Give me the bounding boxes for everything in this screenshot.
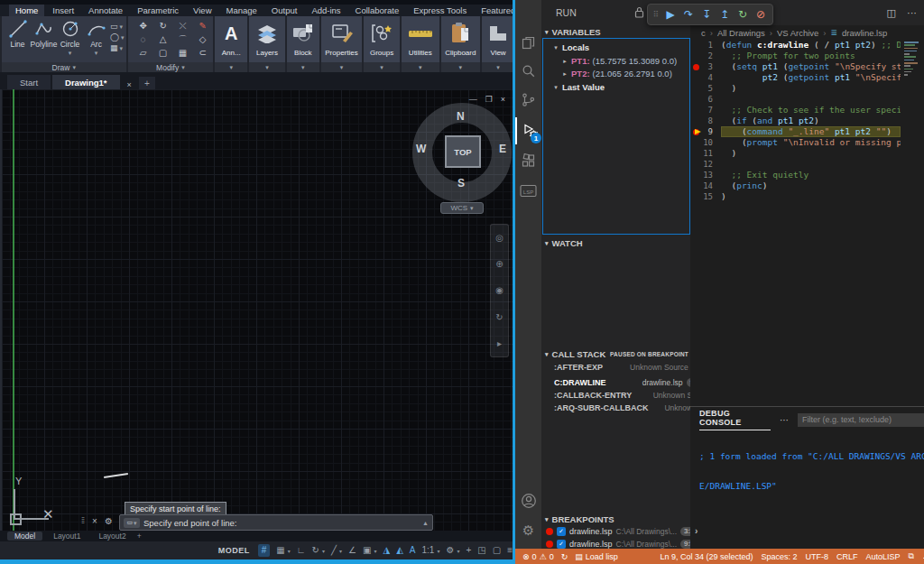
watch-section-header[interactable]: ▾ WATCH xyxy=(541,236,694,250)
clipboard-panel[interactable]: Clipboard ▾ xyxy=(441,16,481,72)
layers-panel[interactable]: Layers ▾ xyxy=(249,16,285,72)
viewcube-east[interactable]: E xyxy=(499,143,506,155)
drag-handle-icon[interactable]: ⠿ xyxy=(651,5,661,23)
console-filter-input[interactable] xyxy=(798,413,924,427)
trim-icon[interactable]: ⤬ xyxy=(173,20,193,33)
annotation-panel[interactable]: A Ann... ▾ xyxy=(215,16,247,72)
drawing-canvas[interactable]: — ❐ × N W E S TOP WCS▾ ◎ ⊕ ◉ ↻ ▸ xyxy=(2,89,513,531)
call-stack-section-header[interactable]: ▾ CALL STACK PAUSED ON BREAKPOINT xyxy=(541,347,694,361)
command-close-icon[interactable]: × xyxy=(92,516,97,526)
breakpoint-checkbox[interactable]: ✓ xyxy=(557,540,566,549)
gutter[interactable]: 3 xyxy=(690,61,721,72)
restart-button[interactable]: ↻ xyxy=(735,5,751,23)
navigation-bar[interactable]: ◎ ⊕ ◉ ↻ ▸ xyxy=(490,224,509,357)
viewcube-top-face[interactable]: TOP xyxy=(445,135,481,168)
gutter[interactable]: 10 xyxy=(690,137,721,148)
stretch-icon[interactable]: ▱ xyxy=(134,47,153,60)
variables-section-header[interactable]: ▾ VARIABLES xyxy=(541,25,694,39)
stack-frame-current[interactable]: C:DRAWLINE drawline.lsp 9:5 xyxy=(541,376,707,389)
ribbon-tab-featured-apps[interactable]: Featured Apps xyxy=(475,5,513,16)
more-actions-icon[interactable]: ··· xyxy=(780,415,789,425)
variable-row-pt1[interactable]: ▸ PT1: (15.7575 15.3089 0.0) xyxy=(543,54,707,68)
explorer-icon[interactable] xyxy=(515,29,541,56)
gutter[interactable]: 8 xyxy=(690,116,721,126)
split-editor-icon[interactable]: ◫ xyxy=(887,7,896,19)
account-icon[interactable] xyxy=(515,487,541,514)
command-prompt-text[interactable]: Specify end point of line: xyxy=(143,518,419,528)
panel-strip[interactable]: ▾ xyxy=(215,62,247,72)
language-mode-button[interactable]: AutoLISP xyxy=(866,552,901,561)
new-layout-icon[interactable]: + xyxy=(137,532,142,541)
gutter[interactable]: 1 xyxy=(690,40,721,51)
indentation-button[interactable]: Spaces: 2 xyxy=(761,552,797,561)
step-out-button[interactable]: ↥ xyxy=(716,5,733,23)
ellipse-tool-button[interactable]: ◯▾ xyxy=(110,33,125,42)
rectangle-tool-button[interactable]: ▭▾ xyxy=(110,23,125,31)
continue-button[interactable]: ▶ xyxy=(662,5,679,23)
rotate-icon[interactable]: ↻ xyxy=(153,20,173,33)
pan-icon[interactable]: ⊕ xyxy=(495,259,503,269)
breakpoint-row[interactable]: ✓ drawline.lsp C:\All Drawings\... 3:3 xyxy=(541,525,695,538)
orbit-icon[interactable]: ↻ xyxy=(495,312,503,322)
last-value-group[interactable]: ▾ Last Value xyxy=(543,80,698,94)
settings-gear-icon[interactable]: ⚙ xyxy=(446,546,454,555)
run-and-debug-icon[interactable]: 1 xyxy=(515,117,543,144)
gutter[interactable]: 15 xyxy=(690,191,721,202)
file-tab-start[interactable]: Start xyxy=(7,75,51,89)
gutter[interactable]: 12 xyxy=(690,159,721,170)
nav-wheel-icon[interactable]: ◎ xyxy=(495,233,504,243)
step-over-button[interactable]: ↷ xyxy=(680,5,697,23)
chevron-down-icon[interactable]: ▾ xyxy=(437,548,439,554)
viewcube-west[interactable]: W xyxy=(416,143,426,155)
fillet-icon[interactable]: ⌒ xyxy=(173,33,193,47)
breadcrumb-item[interactable]: All Drawings xyxy=(717,28,765,38)
breadcrumb-item-file[interactable]: drawline.lsp xyxy=(842,28,887,38)
command-grip-icon[interactable]: ⁞⁞ xyxy=(81,516,84,525)
ortho-toggle-button[interactable]: ∟ xyxy=(297,546,306,555)
breakpoint-icon[interactable] xyxy=(693,64,699,70)
panel-strip[interactable]: ▾ xyxy=(441,62,481,72)
gutter[interactable]: 6 xyxy=(690,94,721,105)
debug-console-tab[interactable]: DEBUG CONSOLE xyxy=(699,409,771,430)
showmotion-icon[interactable]: ▸ xyxy=(497,338,502,348)
stack-frame[interactable]: :AFTER-EXP Unknown Source 0 xyxy=(541,361,707,374)
draw-panel-strip[interactable]: Draw▾ xyxy=(2,62,126,72)
new-drawing-tab-button[interactable]: + xyxy=(139,77,155,89)
zoom-icon[interactable]: ◉ xyxy=(495,285,504,295)
viewcube[interactable]: N W E S TOP xyxy=(409,101,513,208)
gutter[interactable]: 5 xyxy=(690,83,721,94)
ribbon-tab-manage[interactable]: Manage xyxy=(220,5,263,16)
chevron-down-icon[interactable]: ▾ xyxy=(457,548,459,554)
groups-panel[interactable]: Groups ▾ xyxy=(364,16,400,72)
mirror-icon[interactable]: △ xyxy=(153,33,173,47)
workspace-switch-button[interactable]: + xyxy=(466,546,471,555)
step-into-button[interactable]: ↧ xyxy=(698,5,715,23)
viewcube-south[interactable]: S xyxy=(457,177,465,190)
layout-tab-layout1[interactable]: Layout1 xyxy=(46,532,88,541)
breadcrumb-item[interactable]: c xyxy=(701,28,706,38)
ribbon-tab-output[interactable]: Output xyxy=(265,5,304,16)
breakpoint-checkbox[interactable]: ✓ xyxy=(557,527,566,536)
console-input-prompt[interactable]: › xyxy=(695,526,698,536)
grid-toggle-button[interactable]: # xyxy=(258,544,271,557)
polar-tracking-button[interactable]: ↻ xyxy=(312,546,319,555)
command-expand-icon[interactable]: ▲ xyxy=(422,520,429,526)
annotation-visibility-button[interactable]: ◮ xyxy=(383,546,390,555)
stack-frame[interactable]: :ARQ-SUBR-CALLBACK Unknown... xyxy=(541,402,707,414)
settings-gear-icon[interactable]: ⚙ xyxy=(515,517,541,544)
gutter[interactable]: 4 xyxy=(690,72,721,83)
chevron-down-icon[interactable]: ▾ xyxy=(339,548,342,554)
ribbon-tab-collaborate[interactable]: Collaborate xyxy=(349,5,406,16)
block-panel[interactable]: Block ▾ xyxy=(287,16,319,72)
minimap[interactable] xyxy=(904,42,922,88)
circle-tool-button[interactable]: Circle ▾ xyxy=(58,19,82,56)
view-panel[interactable]: View ▾ xyxy=(482,16,513,72)
hatch-tool-button[interactable]: ▦▾ xyxy=(110,44,125,52)
lsp-extension-icon[interactable]: LSP xyxy=(515,177,541,204)
chevron-down-icon[interactable]: ▾ xyxy=(288,548,291,554)
breadcrumb-item[interactable]: VS Archive xyxy=(777,28,818,38)
explode-icon[interactable]: ◇ xyxy=(193,33,213,47)
gutter[interactable]: 2 xyxy=(690,51,721,61)
properties-panel[interactable]: Properties ▾ xyxy=(321,16,362,72)
gutter[interactable]: 11 xyxy=(690,148,721,159)
